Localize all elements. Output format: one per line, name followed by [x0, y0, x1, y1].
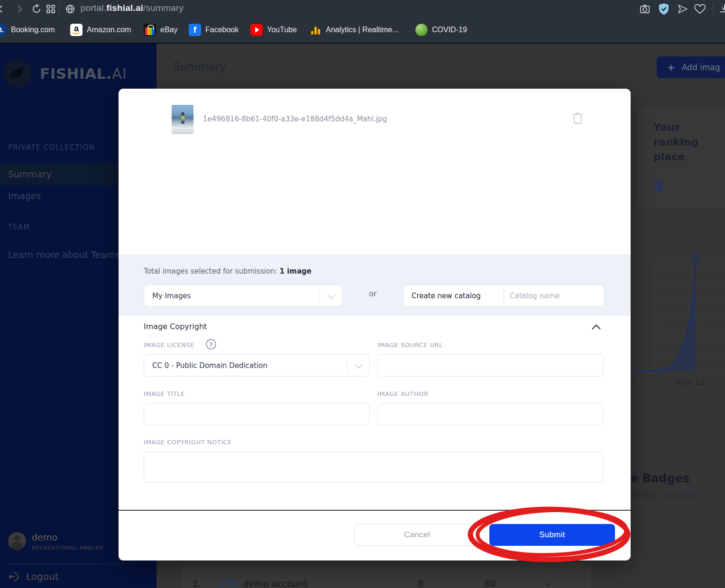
image-author-label: IMAGE AUTHOR	[377, 390, 429, 397]
sidebar-divider	[8, 563, 133, 564]
bookmark-label: COVID-19	[432, 26, 467, 34]
bookmark-label: Facebook	[205, 26, 239, 34]
cancel-button[interactable]: Cancel	[354, 524, 480, 546]
create-catalog-button[interactable]: Create new catalog	[404, 292, 481, 300]
svg-text:May 12: May 12	[676, 377, 705, 387]
image-source-url-label: IMAGE SOURCE URL	[377, 341, 443, 349]
plus-icon: +	[667, 62, 675, 73]
downloads-icon[interactable]	[717, 2, 725, 16]
bookmark-facebook[interactable]: f Facebook	[189, 23, 239, 37]
or-label: or	[369, 289, 376, 298]
image-license-label: IMAGE LICENSE ?	[144, 341, 194, 349]
forward-icon[interactable]	[12, 2, 27, 16]
catalog-name-input[interactable]	[510, 287, 600, 304]
footer-divider	[119, 510, 631, 511]
toolbar-separator-2	[713, 4, 713, 14]
total-images-text: Total images selected for submission: 1 …	[144, 267, 312, 276]
adblock-shield-icon[interactable]	[657, 2, 671, 16]
fishial-fish-icon: ™	[4, 59, 31, 88]
back-icon[interactable]	[0, 2, 8, 16]
covid-icon	[415, 24, 428, 36]
image-title-input[interactable]	[144, 403, 370, 425]
image-thumbnail	[172, 105, 193, 134]
catalog-select-value: My Images	[152, 292, 191, 300]
brand-text-bold: FISHIAL.	[40, 65, 112, 82]
license-select[interactable]: CC 0 - Public Domain Dedication	[144, 354, 370, 377]
amazon-icon: a	[70, 24, 83, 36]
bookmark-label: Amazon.com	[87, 26, 131, 34]
toolbar-separator	[59, 4, 59, 14]
send-icon[interactable]	[676, 2, 690, 16]
site-info-globe-icon[interactable]	[63, 2, 77, 16]
url-domain: fishial.ai	[106, 3, 143, 13]
image-copyright-notice-label: IMAGE COPYRIGHT NOTICE	[144, 439, 232, 446]
row-name: demo account	[243, 579, 308, 588]
row-avatar-icon	[220, 579, 238, 588]
image-copyright-notice-input[interactable]	[144, 451, 604, 483]
user-profile[interactable]: demo RECREATIONAL ANGLER	[8, 532, 104, 551]
address-bar[interactable]: portal.fishial.ai/summary	[81, 3, 184, 13]
bookmark-amazon[interactable]: a Amazon.com	[70, 23, 131, 37]
booking-icon: B.	[0, 24, 7, 36]
youtube-icon	[250, 24, 263, 36]
catalog-select[interactable]: My Images	[144, 285, 342, 307]
page-title: Summary	[173, 61, 226, 73]
submit-button[interactable]: Submit	[489, 524, 615, 546]
sidebar-item-summary[interactable]: Summary	[0, 163, 118, 185]
screenshot-camera-icon[interactable]	[638, 2, 652, 16]
url-prefix: portal.	[81, 3, 106, 13]
reload-icon[interactable]	[29, 2, 44, 16]
chevron-down-icon	[355, 361, 362, 368]
leaderboard-row: 3. demo account 8 80 -	[183, 579, 590, 588]
browser-toolbar: portal.fishial.ai/summary	[0, 0, 725, 18]
image-author-input[interactable]	[377, 403, 604, 425]
badges-title: e Badges	[631, 472, 689, 485]
image-title-label: IMAGE TITLE	[144, 390, 185, 397]
bookmark-booking[interactable]: B. Booking.com	[0, 23, 55, 37]
chevron-up-icon[interactable]	[593, 324, 600, 331]
tab-groups-icon[interactable]	[44, 2, 58, 16]
bookmark-label: YouTube	[267, 26, 297, 34]
bookmarks-bar: B. Booking.com a Amazon.com eBay f Faceb…	[0, 18, 725, 43]
row-col3: -	[547, 579, 550, 588]
add-image-label: Add imag	[682, 63, 720, 72]
logout-label: Logout	[26, 571, 58, 582]
help-icon[interactable]: ?	[206, 339, 216, 349]
submit-images-modal: 1e496816-8b61-40f0-a33e-e188d4f5dd4a_Mah…	[119, 89, 631, 560]
user-name: demo	[32, 532, 104, 542]
row-rank: 3.	[192, 579, 201, 588]
bookmark-label: eBay	[160, 26, 177, 34]
brand-logo[interactable]: ™ FISHIAL.AI	[4, 59, 127, 88]
user-role: RECREATIONAL ANGLER	[32, 545, 104, 551]
bookmark-youtube[interactable]: YouTube	[250, 23, 297, 37]
chevron-down-icon	[328, 292, 335, 299]
row-col1: 8	[418, 579, 423, 588]
sidebar-item-learn-teams[interactable]: Learn more about Teams	[8, 249, 119, 260]
brand-text-light: AI	[112, 65, 127, 82]
ebay-icon	[144, 24, 156, 36]
logout-button[interactable]: Logout	[8, 571, 58, 582]
sidebar-header-private-collection: PRIVATE COLLECTION	[8, 143, 95, 152]
total-images-count: 1 image	[280, 267, 312, 276]
logout-icon	[8, 571, 19, 582]
ranking-title: Your ranking place	[653, 120, 722, 164]
trash-icon[interactable]	[572, 111, 584, 125]
favorites-heart-icon[interactable]	[693, 2, 707, 16]
avatar	[8, 532, 26, 550]
bookmark-ebay[interactable]: eBay	[144, 23, 177, 37]
bookmark-analytics[interactable]: Analytics | Realtime...	[309, 23, 399, 37]
sidebar-header-team: TEAM	[8, 223, 30, 231]
catalog-section: Total images selected for submission: 1 …	[119, 255, 631, 315]
image-source-url-input[interactable]	[377, 354, 604, 377]
row-col2: 80	[484, 579, 496, 588]
add-image-button[interactable]: + Add imag	[657, 56, 725, 78]
license-select-value: CC 0 - Public Domain Dedication	[152, 361, 267, 370]
bookmark-label: Analytics | Realtime...	[326, 26, 399, 34]
sidebar-item-images[interactable]: Images	[8, 191, 41, 201]
analytics-icon	[309, 24, 321, 36]
image-copyright-title: Image Copyright	[144, 322, 207, 331]
trademark: ™	[28, 83, 32, 87]
badges-subtitle: badges available	[631, 490, 699, 500]
bookmark-covid[interactable]: COVID-19	[415, 23, 467, 37]
bookmark-label: Booking.com	[11, 26, 55, 34]
